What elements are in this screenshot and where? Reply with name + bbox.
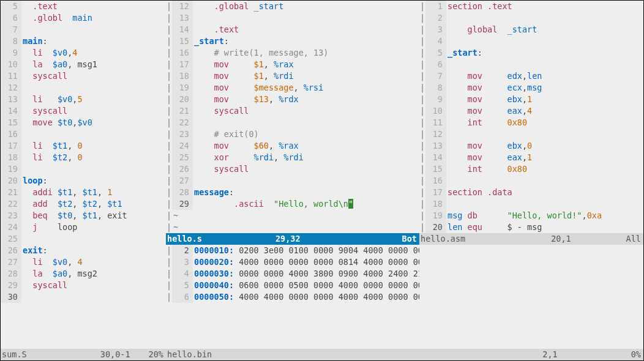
code-line[interactable]: |12 .global _start [166, 1, 419, 12]
code-line[interactable]: |~ [166, 210, 419, 221]
code-line[interactable]: |11 int 0x80 [419, 117, 643, 128]
code-text[interactable] [21, 128, 166, 140]
code-text[interactable]: syscall [21, 280, 166, 291]
code-line[interactable]: |12 [419, 128, 643, 140]
code-line[interactable]: |17 mov $1, %rax [166, 59, 419, 70]
code-text[interactable]: li $v0,5 [21, 94, 166, 105]
code-text[interactable]: mov $1, %rdi [193, 70, 419, 82]
code-line[interactable]: |18 [419, 198, 643, 210]
code-line[interactable]: |1section .text [419, 1, 643, 12]
code-area-left[interactable]: 5 .text6 .globl main78main:9 li $v0,410 … [1, 1, 166, 349]
pane-right[interactable]: |1section .text|2|3 global _start|4|5_st… [419, 1, 643, 349]
code-text[interactable]: exit: [21, 245, 166, 256]
code-line[interactable]: |22 [166, 117, 419, 128]
code-line[interactable]: 15 move $t0,$v0 [1, 117, 166, 128]
code-line[interactable]: |6 [419, 59, 643, 70]
code-line[interactable]: |16 [419, 175, 643, 187]
code-area-right[interactable]: |1section .text|2|3 global _start|4|5_st… [419, 1, 643, 233]
code-text[interactable] [21, 82, 166, 94]
code-line[interactable]: 14 syscall [1, 105, 166, 117]
code-text[interactable]: la $a0, msg2 [21, 268, 166, 280]
code-line[interactable]: |29 .ascii "Hello, world\n" [166, 198, 419, 210]
code-line[interactable]: 20loop: [1, 175, 166, 187]
code-line[interactable]: |2 [419, 12, 643, 24]
code-text[interactable]: .text [193, 24, 419, 35]
code-line[interactable]: |19msg db "Hello, world!",0xa [419, 210, 643, 221]
code-text[interactable]: # exit(0) [193, 128, 419, 140]
code-text[interactable] [446, 35, 643, 47]
code-text[interactable]: mov ebx,0 [446, 140, 643, 152]
code-line[interactable]: |28message: [166, 187, 419, 198]
code-text[interactable] [193, 12, 419, 24]
code-text[interactable]: global _start [446, 24, 643, 35]
code-line[interactable]: |16 # write(1, message, 13) [166, 47, 419, 59]
code-text[interactable]: syscall [21, 105, 166, 117]
code-text[interactable]: mov ebx,1 [446, 94, 643, 105]
code-text[interactable] [21, 163, 166, 175]
code-text[interactable]: li $v0,4 [21, 47, 166, 59]
hex-text[interactable]: 0000040: 0600 0000 0500 0000 4000 0000 0… [193, 280, 419, 291]
code-line[interactable]: 21 addi $t1, $t1, 1 [1, 187, 166, 198]
code-text[interactable]: beq $t0, $t1, exit [21, 210, 166, 221]
code-line[interactable]: 24 j loop [1, 221, 166, 233]
code-line[interactable]: 9 li $v0,4 [1, 47, 166, 59]
hex-text[interactable]: 0000030: 0000 0000 4000 3800 0900 4000 2… [193, 268, 419, 280]
code-text[interactable]: _start: [446, 47, 643, 59]
code-line[interactable]: |3 global _start [419, 24, 643, 35]
code-text[interactable]: li $v0, 4 [21, 256, 166, 268]
code-text[interactable] [446, 198, 643, 210]
code-text[interactable]: move $t0,$v0 [21, 117, 166, 128]
hex-text[interactable]: 0000010: 0200 3e00 0100 0000 9004 4000 0… [193, 245, 419, 256]
code-text[interactable]: mov eax,1 [446, 152, 643, 163]
code-text[interactable] [21, 233, 166, 245]
code-line[interactable]: |14 mov eax,1 [419, 152, 643, 163]
code-line[interactable]: 10 la $a0, msg1 [1, 59, 166, 70]
code-text[interactable] [21, 24, 166, 35]
code-line[interactable]: 13 li $v0,5 [1, 94, 166, 105]
code-text[interactable]: mov $13, %rdx [193, 94, 419, 105]
code-text[interactable]: la $a0, msg1 [21, 59, 166, 70]
code-text[interactable]: add $t2, $t2, $t1 [21, 198, 166, 210]
code-text[interactable]: mov eax,4 [446, 105, 643, 117]
hex-line[interactable]: |40000030: 0000 0000 4000 3800 0900 4000… [166, 268, 419, 280]
code-text[interactable]: xor %rdi, %rdi [193, 152, 419, 163]
code-line[interactable]: |20len equ $ - msg [419, 221, 643, 233]
code-text[interactable] [446, 175, 643, 187]
code-line[interactable]: 19 [1, 163, 166, 175]
code-line[interactable]: 30 [1, 291, 166, 303]
code-text[interactable] [21, 291, 166, 303]
code-line[interactable]: |17section .data [419, 187, 643, 198]
code-line[interactable]: 25 [1, 233, 166, 245]
code-line[interactable]: 27 li $v0, 4 [1, 256, 166, 268]
code-text[interactable]: syscall [193, 163, 419, 175]
code-line[interactable]: 6 .globl main [1, 12, 166, 24]
code-text[interactable]: mov edx,len [446, 70, 643, 82]
code-line[interactable]: |19 mov $message, %rsi [166, 82, 419, 94]
pane-left[interactable]: 5 .text6 .globl main78main:9 li $v0,410 … [1, 1, 166, 349]
code-line[interactable]: |13 mov ebx,0 [419, 140, 643, 152]
code-text[interactable]: msg db "Hello, world!",0xa [446, 210, 643, 221]
code-line[interactable]: 7 [1, 24, 166, 35]
code-line[interactable]: |14 .text [166, 24, 419, 35]
code-text[interactable]: syscall [193, 105, 419, 117]
code-text[interactable]: j loop [21, 221, 166, 233]
code-text[interactable]: int 0x80 [446, 117, 643, 128]
code-text[interactable]: li $t2, 0 [21, 152, 166, 163]
code-text[interactable]: .ascii "Hello, world\n" [193, 198, 419, 210]
code-line[interactable]: 16 [1, 128, 166, 140]
code-line[interactable]: |27 [166, 175, 419, 187]
hex-text[interactable]: 0000020: 4000 0000 0000 0000 0814 4000 0… [193, 256, 419, 268]
code-text[interactable]: syscall [21, 70, 166, 82]
code-line[interactable]: |4 [419, 35, 643, 47]
code-text[interactable]: section .text [446, 1, 643, 12]
code-line[interactable]: |18 mov $1, %rdi [166, 70, 419, 82]
code-text[interactable] [193, 175, 419, 187]
code-text[interactable]: mov $60, %rax [193, 140, 419, 152]
code-line[interactable]: |26 syscall [166, 163, 419, 175]
hex-line[interactable]: |20000010: 0200 3e00 0100 0000 9004 4000… [166, 245, 419, 256]
code-line[interactable]: |9 mov ebx,1 [419, 94, 643, 105]
hex-line[interactable]: |30000020: 4000 0000 0000 0000 0814 4000… [166, 256, 419, 268]
code-line[interactable]: 11 syscall [1, 70, 166, 82]
code-line[interactable]: 5 .text [1, 1, 166, 12]
code-line[interactable]: 26exit: [1, 245, 166, 256]
